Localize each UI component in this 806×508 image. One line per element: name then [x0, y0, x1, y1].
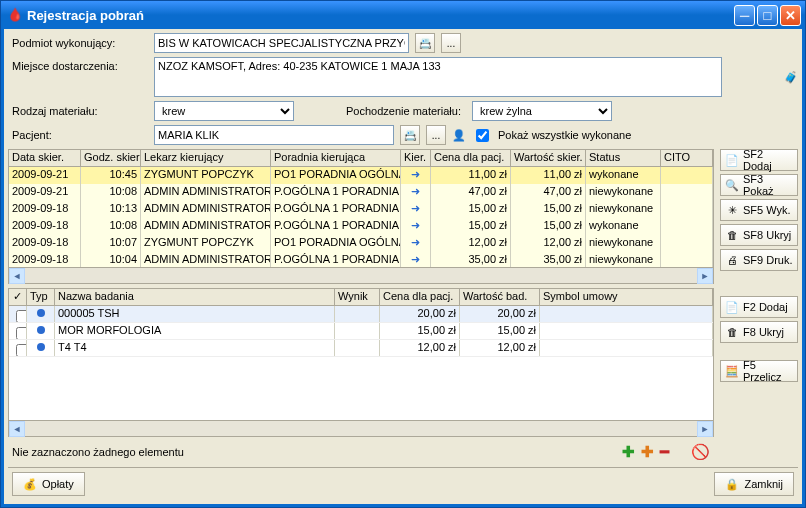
f5-przelicz-button[interactable]: 🧮F5 Przelicz	[720, 360, 798, 382]
table-row[interactable]: 2009-09-1810:07ZYGMUNT POPCZYKPO1 PORADN…	[9, 235, 713, 252]
table-row[interactable]: 2009-09-2110:45ZYGMUNT POPCZYKPO1 PORADN…	[9, 167, 713, 184]
titlebar: 🩸 Rejestracja pobrań ─ □ ✕	[1, 1, 805, 29]
f2-dodaj-button-icon: 📄	[725, 300, 739, 314]
type-dot-icon	[37, 326, 45, 334]
arrow-icon	[410, 168, 422, 180]
minimize-button[interactable]: ─	[734, 5, 755, 26]
miejsce-side-icon[interactable]: 🧳	[784, 71, 798, 84]
arrow-icon	[410, 236, 422, 248]
table-row[interactable]: 2009-09-1810:08ADMIN ADMINISTRATORP.OGÓL…	[9, 218, 713, 235]
table-row[interactable]: 2009-09-1810:13ADMIN ADMINISTRATORP.OGÓL…	[9, 201, 713, 218]
sf2-dodaj-button[interactable]: 📄SF2 Dodaj	[720, 149, 798, 171]
row-checkbox[interactable]	[16, 310, 27, 322]
sf2-dodaj-button-icon: 📄	[725, 153, 739, 167]
f8-ukryj-button-icon: 🗑	[725, 325, 739, 339]
type-dot-icon	[37, 343, 45, 351]
sf5-wyk-button-icon: ✳	[725, 203, 739, 217]
table-row[interactable]: MOR MORFOLOGIA15,00 zł15,00 zł	[9, 323, 713, 340]
sf5-wyk-button[interactable]: ✳SF5 Wyk.	[720, 199, 798, 221]
miejsce-textarea[interactable]: NZOZ KAMSOFT, Adres: 40-235 KATOWICE 1 M…	[154, 57, 722, 97]
prohibit-icon[interactable]: 🚫	[691, 443, 710, 461]
rodzaj-label: Rodzaj materiału:	[8, 105, 148, 117]
table-row[interactable]: T4 T412,00 zł12,00 zł	[9, 340, 713, 357]
row-checkbox[interactable]	[16, 327, 27, 339]
arrow-icon	[410, 202, 422, 214]
oplaty-button[interactable]: 💰 Opłaty	[12, 472, 85, 496]
miejsce-label: Miejsce dostarczenia:	[8, 57, 148, 72]
arrow-icon	[410, 185, 422, 197]
rodzaj-select[interactable]: krew	[154, 101, 294, 121]
type-dot-icon	[37, 309, 45, 317]
maximize-button[interactable]: □	[757, 5, 778, 26]
lock-icon: 🔒	[725, 478, 739, 491]
f5-przelicz-button-icon: 🧮	[725, 364, 739, 378]
pacjent-label: Pacjent:	[8, 129, 148, 141]
table-row[interactable]: 2009-09-2110:08ADMIN ADMINISTRATORP.OGÓL…	[9, 184, 713, 201]
pochodzenie-select[interactable]: krew żylna	[472, 101, 612, 121]
podmiot-input[interactable]	[154, 33, 409, 53]
sf8-ukryj-button[interactable]: 🗑SF8 Ukryj	[720, 224, 798, 246]
person-icon[interactable]: 👤	[452, 129, 466, 142]
podmiot-card-button[interactable]: 📇	[415, 33, 435, 53]
sf8-ukryj-button-icon: 🗑	[725, 228, 739, 242]
arrow-icon	[410, 253, 422, 265]
remove-red-icon[interactable]: ━	[660, 443, 669, 461]
table-row[interactable]: 000005 TSH20,00 zł20,00 zł	[9, 306, 713, 323]
podmiot-ellipsis-button[interactable]: ...	[441, 33, 461, 53]
add-green-icon[interactable]: ✚	[622, 443, 635, 461]
pochodzenie-label: Pochodzenie materiału:	[346, 105, 466, 117]
zamknij-button[interactable]: 🔒 Zamknij	[714, 472, 794, 496]
f8-ukryj-button[interactable]: 🗑F8 Ukryj	[720, 321, 798, 343]
grid1-hscroll[interactable]: ◄►	[9, 267, 713, 283]
grid2-hscroll[interactable]: ◄►	[9, 420, 713, 436]
pacjent-input[interactable]	[154, 125, 394, 145]
status-text: Nie zaznaczono żadnego elementu	[12, 446, 616, 458]
sf3-pokaz-button-icon: 🔍	[725, 178, 739, 192]
sf9-druk-button-icon: 🖨	[725, 253, 739, 267]
pacjent-card-button[interactable]: 📇	[400, 125, 420, 145]
f2-dodaj-button[interactable]: 📄F2 Dodaj	[720, 296, 798, 318]
money-icon: 💰	[23, 478, 37, 491]
table-row[interactable]: 2009-09-1810:04ADMIN ADMINISTRATORP.OGÓL…	[9, 252, 713, 267]
window-title: Rejestracja pobrań	[27, 8, 734, 23]
add-orange-icon[interactable]: ✚	[641, 443, 654, 461]
arrow-icon	[410, 219, 422, 231]
pacjent-ellipsis-button[interactable]: ...	[426, 125, 446, 145]
sf9-druk-button[interactable]: 🖨SF9 Druk.	[720, 249, 798, 271]
grid2-header: ✓ Typ Nazwa badania Wynik Cena dla pacj.…	[9, 289, 713, 306]
sf3-pokaz-button[interactable]: 🔍SF3 Pokaż	[720, 174, 798, 196]
pokaz-label: Pokaż wszystkie wykonane	[498, 129, 631, 141]
podmiot-label: Podmiot wykonujący:	[8, 37, 148, 49]
close-button[interactable]: ✕	[780, 5, 801, 26]
grid1-header: Data skier. Godz. skier. Lekarz kierując…	[9, 150, 713, 167]
app-icon: 🩸	[7, 7, 23, 23]
pokaz-checkbox[interactable]	[476, 129, 489, 142]
tests-grid[interactable]: ✓ Typ Nazwa badania Wynik Cena dla pacj.…	[8, 288, 714, 437]
referrals-grid[interactable]: Data skier. Godz. skier. Lekarz kierując…	[8, 149, 714, 284]
row-checkbox[interactable]	[16, 344, 27, 356]
